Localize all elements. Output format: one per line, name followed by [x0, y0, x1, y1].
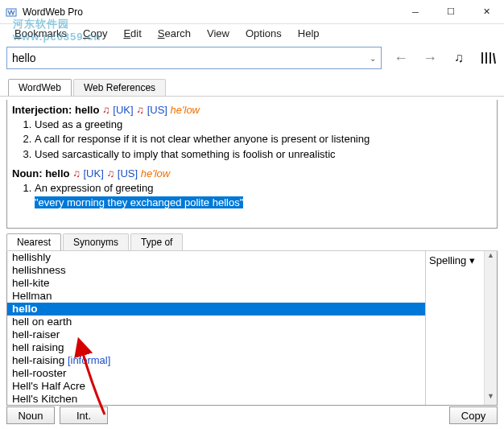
audio-icon[interactable]: ♫: [136, 104, 144, 116]
list-item[interactable]: hell raising: [7, 341, 425, 354]
list-item[interactable]: Hellman: [7, 290, 425, 303]
pos-noun: Noun: hello: [12, 167, 70, 179]
int-button[interactable]: Int.: [60, 406, 108, 424]
back-button[interactable]: ←: [391, 48, 411, 68]
search-box[interactable]: ⌄: [6, 47, 382, 69]
dropdown-icon[interactable]: ⌄: [370, 54, 376, 63]
audio-icon[interactable]: ♫: [72, 167, 81, 179]
interjection-line: Interjection: hello ♫ [UK] ♫ [US] he'low: [12, 103, 492, 118]
list-item[interactable]: hello: [7, 303, 425, 316]
us-link[interactable]: [US]: [118, 167, 138, 179]
window-buttons: ─ ☐ ✕: [398, 0, 504, 24]
tabs-top: WordWeb Web References: [0, 77, 504, 97]
list-item[interactable]: hellishness: [7, 264, 425, 277]
audio-icon[interactable]: ♫: [102, 104, 110, 116]
noun-button[interactable]: Noun: [6, 406, 55, 424]
tab-nearest[interactable]: Nearest: [6, 233, 61, 250]
pronunciation: he'low: [141, 167, 170, 179]
list-item[interactable]: hell-raising [informal]: [7, 354, 425, 367]
button-bar: Noun Int. Copy: [6, 406, 498, 424]
scroll-down-icon[interactable]: ▼: [485, 392, 497, 405]
def-item: Used as a greeting: [35, 118, 492, 132]
titlebar: WordWeb Pro ─ ☐ ✕: [0, 0, 504, 24]
menu-search[interactable]: Search: [150, 26, 199, 41]
music-icon[interactable]: ♫: [449, 48, 469, 68]
interjection-list: Used as a greeting A call for response i…: [12, 118, 492, 162]
books-icon[interactable]: [478, 48, 498, 68]
def-item: Used sarcastically to imply that somethi…: [35, 147, 492, 162]
tab-wordweb[interactable]: WordWeb: [8, 79, 72, 96]
us-link[interactable]: [US]: [147, 104, 167, 116]
menu-edit[interactable]: Edit: [115, 26, 149, 41]
audio-icon[interactable]: ♫: [106, 167, 114, 179]
list-item[interactable]: hell-raiser: [7, 328, 425, 341]
tab-webreferences[interactable]: Web References: [73, 79, 166, 96]
list-item[interactable]: hellishly: [7, 251, 425, 264]
list-item[interactable]: hell-kite: [7, 277, 425, 290]
example-highlight: "every morning they exchanged polite hel…: [35, 196, 243, 208]
scrollbar[interactable]: ▲ ▼: [484, 251, 497, 405]
list-item[interactable]: hell-rooster: [7, 367, 425, 380]
list-item[interactable]: hell on earth: [7, 316, 425, 328]
tab-synonyms[interactable]: Synonyms: [63, 233, 129, 250]
definition-panel: Interjection: hello ♫ [UK] ♫ [US] he'low…: [6, 100, 498, 229]
menu-help[interactable]: Help: [290, 26, 328, 41]
word-column[interactable]: hellishlyhellishnesshell-kiteHellmanhell…: [7, 251, 426, 405]
forward-button[interactable]: →: [420, 48, 440, 68]
pronunciation: he'low: [171, 104, 200, 116]
scroll-up-icon[interactable]: ▲: [485, 251, 497, 264]
minimize-button[interactable]: ─: [398, 0, 433, 24]
menu-view[interactable]: View: [199, 26, 238, 41]
uk-link[interactable]: [UK]: [113, 104, 133, 116]
svg-line-4: [494, 53, 495, 64]
wordlist-panel: hellishlyhellishnesshell-kiteHellmanhell…: [6, 251, 498, 406]
spelling-label[interactable]: Spelling: [429, 254, 466, 266]
copy-button[interactable]: Copy: [449, 406, 498, 424]
search-input[interactable]: [12, 52, 340, 64]
window-title: WordWeb Pro: [23, 6, 398, 18]
noun-list: An expression of greeting "every morning…: [12, 181, 492, 210]
menu-copy[interactable]: Copy: [75, 26, 115, 41]
menubar: Bookmarks Copy Edit Search View Options …: [0, 24, 504, 42]
list-item[interactable]: Hell's Kitchen: [7, 393, 425, 405]
menu-options[interactable]: Options: [238, 26, 290, 41]
tabs-bottom: Nearest Synonyms Type of: [6, 233, 498, 251]
def-text: An expression of greeting: [35, 182, 153, 194]
pos-interjection: Interjection: hello: [12, 104, 99, 116]
def-item: An expression of greeting "every morning…: [35, 181, 492, 210]
uk-link[interactable]: [UK]: [84, 167, 104, 179]
menu-bookmarks[interactable]: Bookmarks: [6, 26, 75, 41]
close-button[interactable]: ✕: [469, 0, 504, 24]
list-item[interactable]: Hell's Half Acre: [7, 380, 425, 393]
noun-line: Noun: hello ♫ [UK] ♫ [US] he'low: [12, 167, 492, 181]
tab-typeof[interactable]: Type of: [130, 233, 183, 250]
maximize-button[interactable]: ☐: [433, 0, 469, 24]
chevron-down-icon[interactable]: ▾: [469, 254, 475, 266]
spelling-column: Spelling ▾: [426, 251, 484, 405]
search-row: ⌄ ← → ♫: [0, 42, 504, 77]
def-item: A call for response if it is not clear w…: [35, 132, 492, 146]
app-icon: [5, 6, 18, 19]
